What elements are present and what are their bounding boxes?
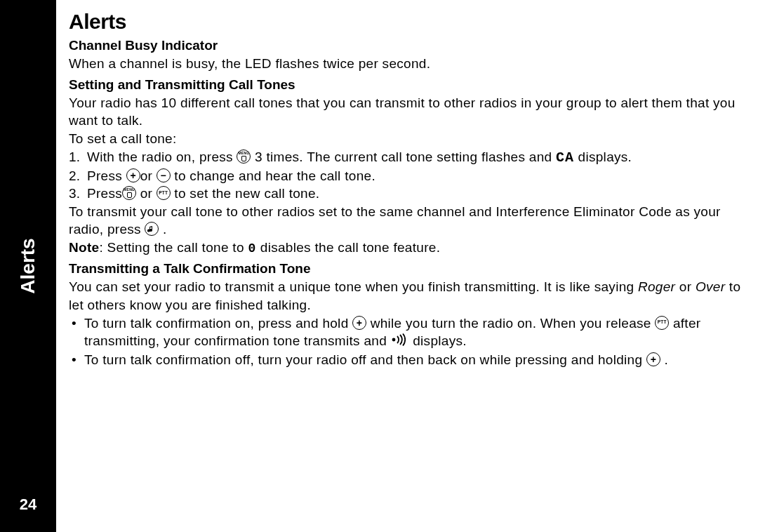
sidebar: Alerts 24 — [0, 0, 56, 532]
section-heading-talk-confirm: Transmitting a Talk Confirmation Tone — [69, 261, 743, 277]
page-title: Alerts — [69, 10, 743, 34]
ptt-icon — [655, 316, 669, 330]
sidebar-section-label: Alerts — [17, 238, 39, 293]
call-tones-lead: To set a call tone: — [69, 130, 743, 148]
page-number: 24 — [20, 496, 36, 514]
talk-confirm-bullets: To turn talk confirmation on, press and … — [69, 314, 743, 369]
sound-waves-icon — [391, 333, 409, 351]
call-tone-icon — [145, 222, 159, 236]
list-item: To turn talk confirmation off, turn your… — [69, 351, 743, 369]
talk-confirm-intro: You can set your radio to transmit a uni… — [69, 278, 743, 314]
plus-icon — [352, 316, 366, 330]
list-item: 3. Press or to set the new call tone. — [69, 185, 743, 203]
list-item: To turn talk confirmation on, press and … — [69, 314, 743, 351]
transmit-call-tone: To transmit your call tone to other radi… — [69, 203, 743, 239]
plus-icon — [646, 352, 660, 366]
channel-busy-body: When a channel is busy, the LED flashes … — [69, 55, 743, 73]
section-heading-channel-busy: Channel Busy Indicator — [69, 38, 743, 53]
menu-lock-icon — [237, 149, 251, 164]
display-zero-glyph: 0 — [248, 241, 256, 255]
ptt-icon — [157, 186, 171, 200]
minus-icon — [157, 168, 171, 182]
page-content: Alerts Channel Busy Indicator When a cha… — [56, 0, 758, 532]
section-heading-call-tones: Setting and Transmitting Call Tones — [69, 77, 743, 93]
display-ca-glyph: CA — [556, 149, 574, 166]
list-item: 2. Press or to change and hear the call … — [69, 167, 743, 185]
list-item: 1. With the radio on, press 3 times. The… — [69, 148, 743, 167]
svg-point-0 — [392, 338, 395, 341]
plus-icon — [126, 168, 140, 182]
menu-lock-icon — [122, 186, 136, 200]
call-tone-steps: 1. With the radio on, press 3 times. The… — [69, 148, 743, 203]
call-tone-note: Note: Setting the call tone to 0 disable… — [69, 239, 743, 257]
call-tones-intro: Your radio has 10 different call tones t… — [69, 94, 743, 130]
